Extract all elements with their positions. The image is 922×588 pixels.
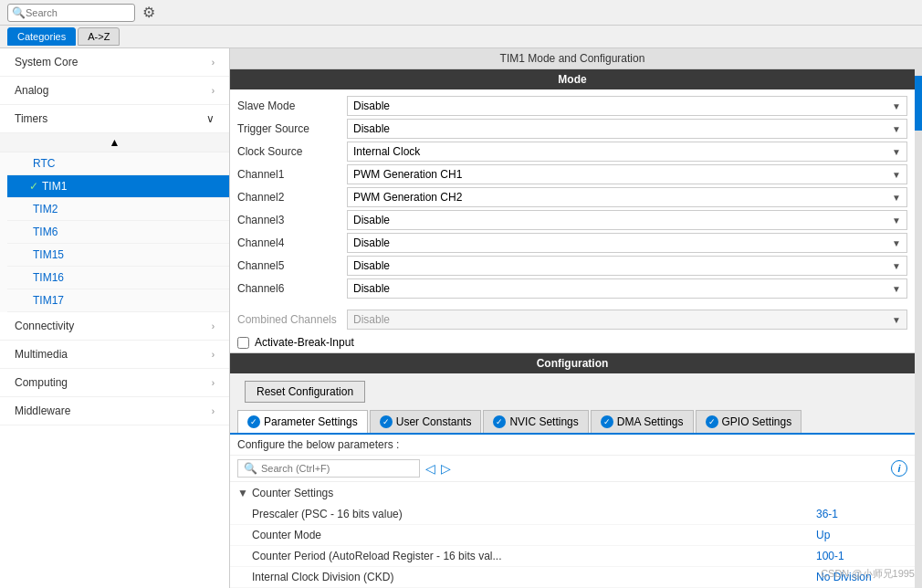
config-header: Configuration [230,353,915,373]
main-layout: System Core › Analog › Timers ∨ ▲ RTC✓TI… [0,48,922,588]
field-select-7[interactable]: Disable▼ [347,256,907,276]
counter-row-label-3: Internal Clock Division (CKD) [252,571,816,583]
field-value-2: Internal Clock [353,145,420,158]
sidebar-item-system-core[interactable]: System Core › [0,48,229,77]
sidebar-item-tim17[interactable]: TIM17 [7,289,229,312]
field-row-4: Channel2PWM Generation CH2▼ [237,187,907,207]
tab-check-icon: ✓ [380,415,393,428]
timer-label: TIM15 [33,248,64,261]
timer-label: RTC [33,157,55,170]
combined-channels-label: Combined Channels [237,313,347,326]
reset-config-button[interactable]: Reset Configuration [245,381,365,403]
gear-icon[interactable]: ⚙ [142,4,155,21]
params-info: Configure the below parameters : [230,435,915,456]
az-tab[interactable]: A->Z [78,27,120,46]
top-search-input[interactable] [26,7,126,18]
field-row-6: Channel4Disable▼ [237,233,907,253]
field-label-7: Channel5 [237,259,347,272]
config-tabs: ✓Parameter Settings✓User Constants✓NVIC … [230,410,915,435]
counter-settings-header[interactable]: ▼ Counter Settings [230,482,915,504]
timer-label: TIM16 [33,271,64,284]
categories-tab[interactable]: Categories [7,27,76,46]
combined-channels-row: Combined Channels Disable ▼ [230,308,915,331]
counter-row-value-2: 100-1 [816,550,907,562]
prev-nav-button[interactable]: ◁ [425,461,435,476]
mode-header: Mode [230,69,915,89]
sidebar-item-tim6[interactable]: TIM6 [7,221,229,244]
field-select-6[interactable]: Disable▼ [347,233,907,253]
field-value-4: PWM Generation CH2 [353,191,462,204]
sidebar-item-rtc[interactable]: RTC [7,152,229,175]
chevron-down-icon: ▼ [892,284,901,294]
field-select-5[interactable]: Disable▼ [347,210,907,230]
sidebar: System Core › Analog › Timers ∨ ▲ RTC✓TI… [0,48,230,588]
tab-label-user-constants: User Constants [396,415,472,428]
sidebar-item-tim15[interactable]: TIM15 [7,244,229,267]
search-row: 🔍 ◁ ▷ i [230,456,915,482]
timer-label: TIM2 [33,203,58,215]
mode-fields: Slave ModeDisable▼Trigger SourceDisable▼… [230,89,915,305]
param-search-field[interactable]: 🔍 [237,459,420,478]
search-icon: 🔍 [244,462,257,475]
chevron-right-icon: › [212,406,215,416]
field-select-0[interactable]: Disable▼ [347,96,907,116]
timer-label: TIM1 [42,180,67,193]
scrollbar-thumb[interactable] [915,76,922,131]
chevron-down-icon: ∨ [206,112,215,125]
info-button[interactable]: i [891,460,907,477]
sidebar-item-tim2[interactable]: TIM2 [7,198,229,221]
activate-break-checkbox[interactable] [237,337,249,349]
sidebar-item-middleware[interactable]: Middleware › [0,397,229,425]
chevron-down-icon: ▼ [892,193,901,203]
chevron-down-icon: ▼ [892,261,901,271]
sidebar-item-tim16[interactable]: TIM16 [7,267,229,289]
field-label-2: Clock Source [237,145,347,158]
timers-label: Timers [15,112,47,125]
field-label-6: Channel4 [237,236,347,249]
chevron-right-icon: › [212,321,215,331]
sort-button[interactable]: ▲ [0,133,229,152]
next-nav-button[interactable]: ▷ [441,461,451,476]
field-value-1: Disable [353,122,390,135]
sidebar-item-tim1[interactable]: ✓TIM1 [7,175,229,198]
right-scrollbar[interactable] [915,48,922,588]
config-tab-parameter-settings[interactable]: ✓Parameter Settings [237,410,368,435]
field-row-5: Channel3Disable▼ [237,210,907,230]
field-row-2: Clock SourceInternal Clock▼ [237,142,907,162]
chevron-down-icon: ▼ [892,170,901,180]
combined-channels-select[interactable]: Disable ▼ [347,310,907,330]
config-tab-dma-settings[interactable]: ✓DMA Settings [591,410,694,433]
sidebar-item-computing[interactable]: Computing › [0,369,229,397]
tab-label-parameter-settings: Parameter Settings [264,415,358,428]
field-select-3[interactable]: PWM Generation CH1▼ [347,164,907,184]
param-search-input[interactable] [261,463,407,474]
sidebar-item-multimedia[interactable]: Multimedia › [0,341,229,369]
top-search-box[interactable]: 🔍 [7,4,135,22]
field-select-8[interactable]: Disable▼ [347,278,907,299]
sidebar-item-connectivity[interactable]: Connectivity › [0,312,229,341]
config-tab-gpio-settings[interactable]: ✓GPIO Settings [696,410,802,433]
watermark: CSDN @小师兄1995 [821,567,915,581]
counter-settings: ▼ Counter Settings Prescaler (PSC - 16 b… [230,482,915,588]
field-label-8: Channel6 [237,282,347,295]
tab-label-gpio-settings: GPIO Settings [722,415,792,428]
counter-row-value-1: Up [816,529,907,541]
counter-row-value-0: 36-1 [816,508,907,520]
field-label-5: Channel3 [237,214,347,226]
field-select-1[interactable]: Disable▼ [347,119,907,139]
connectivity-label: Connectivity [15,320,74,332]
tab-label-dma-settings: DMA Settings [617,415,684,428]
field-row-0: Slave ModeDisable▼ [237,96,907,116]
config-tab-nvic-settings[interactable]: ✓NVIC Settings [483,410,588,433]
triangle-down-icon: ▼ [237,487,248,499]
sidebar-item-timers[interactable]: Timers ∨ [0,105,229,133]
chevron-down-icon: ▼ [892,101,901,111]
tab-check-icon: ✓ [601,415,613,428]
field-select-2[interactable]: Internal Clock▼ [347,142,907,162]
sidebar-item-analog[interactable]: Analog › [0,77,229,105]
field-select-4[interactable]: PWM Generation CH2▼ [347,187,907,207]
chevron-down-icon: ▼ [892,315,901,325]
field-label-0: Slave Mode [237,100,347,112]
page-title: TIM1 Mode and Configuration [230,48,915,69]
config-tab-user-constants[interactable]: ✓User Constants [370,410,482,433]
